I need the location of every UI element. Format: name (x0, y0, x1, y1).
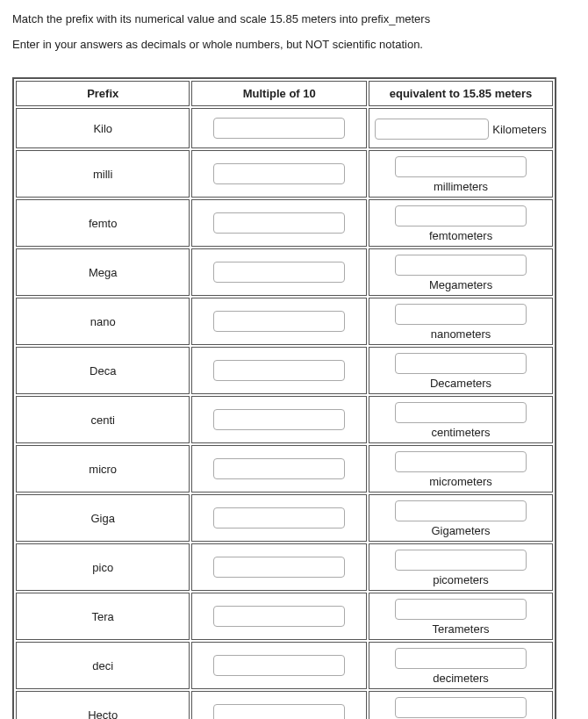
equivalent-input[interactable] (395, 451, 527, 472)
header-multiple: Multiple of 10 (191, 81, 367, 106)
unit-label: nanometers (431, 327, 491, 341)
prefix-cell: Deca (16, 347, 190, 394)
multiple-input[interactable] (213, 507, 345, 528)
unit-label: Gigameters (431, 524, 490, 537)
intro-text-1: Match the prefix with its numerical valu… (12, 12, 576, 25)
table-row: TeraTerameters (16, 593, 553, 640)
multiple-input[interactable] (213, 409, 345, 430)
multiple-input[interactable] (213, 606, 345, 627)
multiple-cell (191, 199, 367, 247)
multiple-cell (191, 298, 367, 345)
multiple-input[interactable] (213, 212, 345, 234)
equivalent-cell: decimeters (369, 642, 553, 689)
prefix-cell: deci (16, 642, 190, 689)
prefix-cell: Tera (16, 593, 190, 640)
unit-label: decimeters (433, 672, 489, 685)
unit-label: centimeters (431, 426, 490, 439)
table-row: picopicometers (16, 543, 553, 591)
equivalent-cell: nanometers (369, 298, 553, 345)
prefix-cell: Hecto (16, 691, 190, 719)
equivalent-input[interactable] (395, 648, 527, 669)
table-row: micromicrometers (16, 445, 553, 493)
prefix-cell: Giga (16, 494, 190, 542)
multiple-cell (191, 593, 367, 640)
prefix-table: Prefix Multiple of 10 equivalent to 15.8… (12, 77, 556, 719)
prefix-cell: centi (16, 396, 190, 443)
multiple-input[interactable] (213, 655, 345, 676)
intro-text-2: Enter in your answers as decimals or who… (12, 38, 576, 51)
multiple-cell (191, 108, 367, 148)
equivalent-cell: centimeters (369, 396, 553, 443)
equivalent-input[interactable] (395, 255, 527, 276)
multiple-input[interactable] (213, 118, 345, 139)
equivalent-cell: picometers (369, 543, 553, 591)
equivalent-input[interactable] (395, 599, 527, 620)
unit-label: Terameters (433, 622, 490, 636)
header-equivalent: equivalent to 15.85 meters (369, 81, 553, 106)
equivalent-cell: femtometers (369, 199, 553, 247)
table-row: millimillimeters (16, 150, 553, 198)
unit-label: Kilometers (492, 123, 546, 136)
unit-label: Megameters (429, 278, 492, 291)
unit-label: micrometers (429, 475, 492, 488)
prefix-cell: nano (16, 298, 190, 345)
multiple-cell (191, 494, 367, 542)
equivalent-cell: Terameters (369, 593, 553, 640)
unit-label: femtometers (429, 229, 492, 242)
table-row: DecaDecameters (16, 347, 553, 394)
prefix-cell: milli (16, 150, 190, 198)
equivalent-input[interactable] (395, 205, 527, 226)
multiple-input[interactable] (213, 704, 345, 719)
equivalent-cell: millimeters (369, 150, 553, 198)
multiple-input[interactable] (213, 360, 345, 381)
equivalent-cell: micrometers (369, 445, 553, 493)
prefix-cell: Mega (16, 248, 190, 296)
multiple-input[interactable] (213, 262, 345, 283)
multiple-cell (191, 248, 367, 296)
prefix-cell: pico (16, 543, 190, 591)
table-row: centicentimeters (16, 396, 553, 443)
multiple-cell (191, 543, 367, 591)
multiple-input[interactable] (213, 557, 345, 578)
multiple-input[interactable] (213, 311, 345, 332)
prefix-cell: micro (16, 445, 190, 493)
multiple-cell (191, 445, 367, 493)
multiple-cell (191, 150, 367, 198)
equivalent-cell: Kilometers (369, 108, 553, 148)
multiple-input[interactable] (213, 163, 345, 184)
equivalent-cell: Gigameters (369, 494, 553, 542)
table-row: HectoHectometers (16, 691, 553, 719)
table-row: MegaMegameters (16, 248, 553, 296)
table-row: femtofemtometers (16, 199, 553, 247)
unit-label: millimeters (434, 180, 488, 193)
table-row: KiloKilometers (16, 108, 553, 148)
multiple-cell (191, 347, 367, 394)
table-row: nanonanometers (16, 298, 553, 345)
equivalent-input[interactable] (395, 402, 527, 423)
equivalent-input[interactable] (395, 500, 527, 521)
unit-label: Decameters (430, 377, 491, 390)
equivalent-input[interactable] (395, 156, 527, 177)
header-prefix: Prefix (16, 81, 190, 106)
table-row: GigaGigameters (16, 494, 553, 542)
unit-label: picometers (433, 573, 489, 586)
multiple-cell (191, 396, 367, 443)
equivalent-input[interactable] (395, 353, 527, 374)
equivalent-cell: Megameters (369, 248, 553, 296)
equivalent-input[interactable] (375, 119, 489, 140)
equivalent-cell: Hectometers (369, 691, 553, 719)
equivalent-input[interactable] (395, 304, 527, 325)
equivalent-input[interactable] (395, 550, 527, 571)
multiple-input[interactable] (213, 458, 345, 479)
equivalent-input[interactable] (395, 697, 527, 718)
prefix-cell: femto (16, 199, 190, 247)
multiple-cell (191, 642, 367, 689)
table-row: decidecimeters (16, 642, 553, 689)
multiple-cell (191, 691, 367, 719)
equivalent-cell: Decameters (369, 347, 553, 394)
prefix-cell: Kilo (16, 108, 190, 148)
